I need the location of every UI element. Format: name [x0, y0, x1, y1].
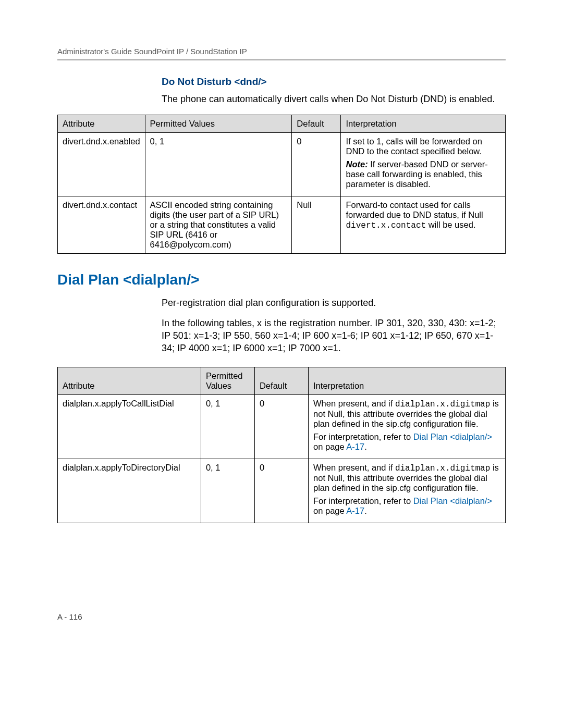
col-attribute: Attribute	[58, 367, 201, 395]
document-page: Administrator's Guide SoundPoint IP / So…	[0, 0, 563, 728]
col-permitted: Permitted Values	[201, 367, 254, 395]
cell-interpretation: When present, and if dialplan.x.digitmap…	[309, 459, 506, 523]
dialplan-intro-p2: In the following tables, x is the regist…	[162, 317, 506, 355]
cell-permitted: 0, 1	[201, 395, 254, 459]
cell-interpretation: When present, and if dialplan.x.digitmap…	[309, 395, 506, 459]
col-interpretation: Interpretation	[309, 367, 506, 395]
table-header-row: Attribute Permitted Values Default Inter…	[58, 367, 506, 395]
interp-pre: Forward-to contact used for calls forwar…	[346, 200, 483, 219]
cell-attribute: dialplan.x.applyToDirectoryDial	[58, 459, 201, 523]
cell-attribute: dialplan.x.applyToCallListDial	[58, 395, 201, 459]
interp-post: will be used.	[426, 220, 475, 229]
running-header: Administrator's Guide SoundPoint IP / So…	[57, 47, 506, 56]
interp-pre: When present, and if	[313, 399, 395, 408]
dialplan-table: Attribute Permitted Values Default Inter…	[57, 367, 506, 523]
interp-mono: dialplan.x.digitmap	[395, 464, 490, 473]
ref-page-link[interactable]: A-17	[346, 506, 364, 515]
ref-mid: on page	[313, 506, 346, 515]
note-label: Note:	[346, 159, 368, 169]
interp-block: When present, and if dialplan.x.digitmap…	[313, 463, 500, 493]
ref-pre: For interpretation, refer to	[313, 496, 413, 505]
col-default: Default	[292, 115, 341, 133]
col-interpretation: Interpretation	[341, 115, 506, 133]
cell-default: 0	[292, 133, 341, 196]
col-default: Default	[254, 367, 308, 395]
cell-interpretation: Forward-to contact used for calls forwar…	[341, 196, 506, 254]
cell-permitted: 0, 1	[145, 133, 292, 196]
interp-note: Note: If server-based DND or server-base…	[346, 159, 500, 189]
dnd-intro: The phone can automatically divert calls…	[162, 93, 506, 105]
ref-page-link[interactable]: A-17	[346, 442, 364, 451]
ref-link[interactable]: Dial Plan <dialplan/>	[413, 496, 492, 505]
interp-mono: divert.x.contact	[346, 221, 426, 230]
interp-ref: For interpretation, refer to Dial Plan <…	[313, 432, 500, 452]
table-row: divert.dnd.x.enabled 0, 1 0 If set to 1,…	[58, 133, 506, 196]
interp-mono: dialplan.x.digitmap	[395, 400, 490, 409]
table-row: divert.dnd.x.contact ASCII encoded strin…	[58, 196, 506, 254]
cell-interpretation: If set to 1, calls will be forwarded on …	[341, 133, 506, 196]
interp-block: When present, and if dialplan.x.digitmap…	[313, 399, 500, 429]
col-attribute: Attribute	[58, 115, 145, 133]
dnd-table: Attribute Permitted Values Default Inter…	[57, 115, 506, 254]
dialplan-intro: Per-registration dial plan configuration…	[162, 297, 506, 354]
table-row: dialplan.x.applyToDirectoryDial 0, 1 0 W…	[58, 459, 506, 523]
cell-attribute: divert.dnd.x.enabled	[58, 133, 145, 196]
cell-default: Null	[292, 196, 341, 254]
ref-post: .	[364, 506, 367, 515]
interp-ref: For interpretation, refer to Dial Plan <…	[313, 496, 500, 516]
cell-default: 0	[254, 459, 308, 523]
ref-link[interactable]: Dial Plan <dialplan/>	[413, 432, 492, 441]
table-row: dialplan.x.applyToCallListDial 0, 1 0 Wh…	[58, 395, 506, 459]
dnd-heading: Do Not Disturb <dnd/>	[162, 76, 506, 88]
section-dnd: Do Not Disturb <dnd/> The phone can auto…	[162, 76, 506, 105]
ref-post: .	[364, 442, 367, 451]
col-permitted: Permitted Values	[145, 115, 292, 133]
header-rule	[57, 59, 506, 60]
ref-pre: For interpretation, refer to	[313, 432, 413, 441]
interp-line: If set to 1, calls will be forwarded on …	[346, 137, 500, 156]
interp-pre: When present, and if	[313, 463, 395, 472]
cell-permitted: 0, 1	[201, 459, 254, 523]
cell-permitted: ASCII encoded string containing digits (…	[145, 196, 292, 254]
dialplan-heading: Dial Plan <dialplan/>	[57, 272, 506, 288]
cell-attribute: divert.dnd.x.contact	[58, 196, 145, 254]
table-header-row: Attribute Permitted Values Default Inter…	[58, 115, 506, 133]
ref-mid: on page	[313, 442, 346, 451]
cell-default: 0	[254, 395, 308, 459]
dialplan-intro-p1: Per-registration dial plan configuration…	[162, 297, 506, 309]
page-number: A - 116	[57, 612, 82, 621]
